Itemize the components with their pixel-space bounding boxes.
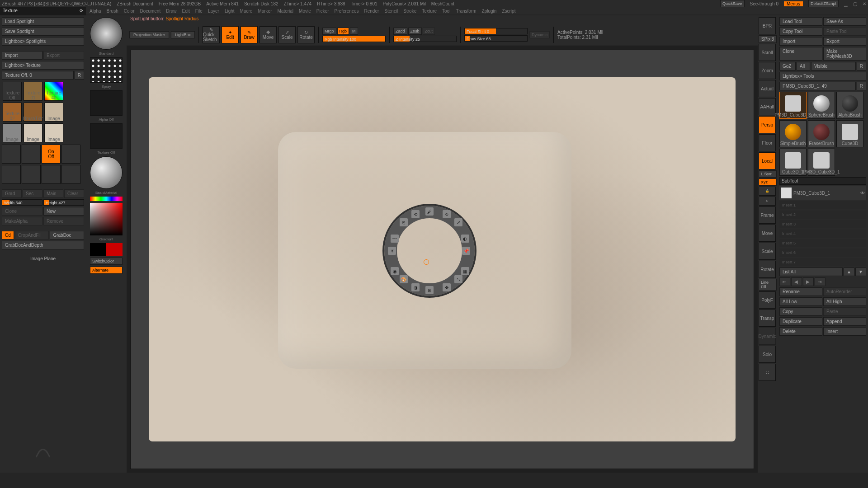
floor-button[interactable]: Floor — [759, 134, 776, 151]
current-tool-label[interactable]: PM3D_Cube3D_1. 49 — [779, 82, 856, 90]
menu-color[interactable]: Color — [124, 9, 135, 14]
subtool-down-icon[interactable]: ▼ — [855, 267, 866, 276]
menu-texture[interactable]: Texture — [422, 9, 437, 14]
tool-pm3d-cube-2[interactable]: PM3D_Cube3D_1 — [808, 149, 835, 176]
aahalf-button[interactable]: AAHalf — [759, 98, 776, 115]
tex-tool-2[interactable] — [22, 145, 41, 164]
switchcolor-button[interactable]: SwitchColor — [90, 258, 123, 265]
dial-tile-icon[interactable]: ▦ — [461, 267, 469, 275]
tex-util-3[interactable] — [42, 165, 61, 184]
move-button[interactable]: ✥Move — [259, 26, 277, 43]
save-spotlight-button[interactable]: Save Spotlight — [2, 27, 84, 36]
draw-button[interactable]: ✎Draw — [241, 26, 258, 43]
tex-util-2[interactable] — [22, 165, 41, 184]
menu-stroke[interactable]: Stroke — [403, 9, 416, 14]
append-button[interactable]: Append — [823, 317, 866, 326]
menu-macro[interactable]: Macro — [240, 9, 253, 14]
zsub-button[interactable]: Zsub — [408, 28, 422, 35]
dial-scale-icon[interactable]: ⤢ — [454, 218, 462, 226]
goz-r-button[interactable]: R — [857, 62, 866, 70]
grabdoc-button[interactable]: GrabDoc — [50, 231, 84, 239]
load-spotlight-button[interactable]: Load Spotlight — [2, 17, 84, 26]
color-swatches[interactable] — [90, 243, 123, 256]
allhigh-button[interactable]: All High — [823, 297, 866, 306]
viewport[interactable]: 🖌 ↻ ⤢ ◐ 📌 ▦ ⇋ ✥ ⊞ ◑ 🎨 ◉ ☀ 〰 ⎘ ⟲ — [130, 50, 754, 469]
tex-util-4[interactable] — [61, 165, 80, 184]
persp-button[interactable]: Persp — [759, 116, 776, 133]
nav-lock-icon[interactable]: 🔒 — [759, 187, 776, 196]
export-texture-button[interactable]: Export — [43, 51, 84, 60]
subtool-vis-icon[interactable]: 👁 — [860, 191, 865, 196]
zcut-button[interactable]: Zcut — [423, 28, 435, 35]
alternate-button[interactable]: Alternate — [90, 267, 123, 274]
goz-all-button[interactable]: All — [797, 62, 810, 70]
remove-button[interactable]: Remove — [43, 217, 84, 225]
z-intensity-slider[interactable]: Z Intensity 25 — [393, 36, 457, 42]
subtool-slot-3[interactable]: Insert 3 — [779, 220, 866, 228]
focal-shift-slider[interactable]: Focal Shift 0 — [464, 28, 528, 34]
window-close-icon[interactable]: ✕ — [863, 1, 866, 6]
linefill-button[interactable]: Line Fill — [759, 279, 777, 291]
spotlight-dial[interactable]: 🖌 ↻ ⤢ ◐ 📌 ▦ ⇋ ✥ ⊞ ◑ 🎨 ◉ ☀ 〰 ⎘ ⟲ — [384, 206, 475, 296]
dial-flip-icon[interactable]: ⇋ — [454, 275, 462, 283]
menu-brush[interactable]: Brush — [107, 9, 118, 14]
subtool-header[interactable]: SubTool — [779, 177, 866, 185]
cd-button[interactable]: Cd — [2, 231, 14, 239]
dial-opacity-icon[interactable]: ◐ — [461, 235, 469, 243]
menu-layer[interactable]: Layer — [208, 9, 219, 14]
material-selector[interactable] — [90, 156, 123, 189]
grad-button[interactable]: Grad — [2, 189, 22, 198]
subtool-slot-1[interactable]: Insert 1 — [779, 201, 866, 209]
dial-smudge-icon[interactable]: 〰 — [391, 235, 399, 243]
subtool-next-icon[interactable]: ▶ — [803, 277, 814, 286]
zoom-extents-icon[interactable]: ⛶ — [759, 364, 776, 381]
alllow-button[interactable]: All Low — [779, 297, 822, 306]
nav-dynamic-button[interactable]: Dynamic — [759, 328, 776, 345]
tool-simplebrush[interactable]: SimpleBrush — [779, 120, 807, 147]
solo-button[interactable]: Solo — [759, 346, 776, 363]
texture-thumb-02[interactable]: Texture 02 — [3, 103, 22, 122]
texture-thumb-image1[interactable]: Image — [44, 103, 63, 122]
tex-tool-1[interactable] — [2, 145, 21, 164]
frame-button[interactable]: Frame — [759, 206, 776, 224]
hue-strip[interactable] — [90, 197, 123, 201]
subtool-item-active[interactable]: PM3D_Cube3D_1 👁 — [779, 186, 866, 200]
menu-preferences[interactable]: Preferences — [335, 9, 359, 14]
loadtool-button[interactable]: Load Tool — [779, 17, 822, 26]
projection-master-button[interactable]: Projection Master — [129, 31, 169, 38]
dynamic-button[interactable]: Dynamic — [529, 31, 550, 38]
zoom-button[interactable]: Zoom — [759, 62, 776, 79]
dial-contrast-icon[interactable]: ◑ — [411, 283, 420, 291]
cropandfill-button[interactable]: CropAndFil — [15, 231, 49, 239]
rename-button[interactable]: Rename — [779, 287, 822, 296]
local-button[interactable]: Local — [759, 152, 776, 169]
window-min-icon[interactable]: ▁ — [844, 1, 848, 6]
dial-hue-icon[interactable]: 🎨 — [400, 275, 408, 283]
lsym-button[interactable]: L.Sym — [759, 170, 777, 178]
lightbox-texture-button[interactable]: Lightbox> Texture — [2, 61, 84, 70]
brush-selector[interactable] — [90, 17, 123, 50]
dial-restore-icon[interactable]: ⟲ — [411, 210, 420, 218]
tool-export-button[interactable]: Export — [823, 37, 866, 46]
lightbox-tools-button[interactable]: Lightbox> Tools — [779, 72, 866, 80]
texture-thumb-brushtxtr[interactable]: BrushTxtr — [24, 103, 42, 122]
subtool-end-icon[interactable]: ⇥ — [815, 277, 826, 286]
tex-tool-4[interactable] — [61, 145, 80, 164]
dial-clone-icon[interactable]: ⎘ — [400, 218, 408, 226]
texture-thumb-40[interactable]: Texture 40 — [44, 82, 63, 101]
tool-cube3d[interactable]: Cube3D — [836, 120, 863, 147]
nav-rot-icon[interactable]: ↻ — [759, 197, 776, 206]
alpha-selector[interactable] — [90, 90, 123, 116]
color-picker[interactable] — [90, 203, 123, 235]
goz-visible-button[interactable]: Visible — [811, 62, 856, 70]
goz-button[interactable]: GoZ — [779, 62, 796, 70]
texture-thumb-image2[interactable]: Image — [3, 123, 22, 142]
rgb-intensity-slider[interactable]: Rgb Intensity 100 — [322, 36, 386, 42]
m-button[interactable]: M — [350, 28, 358, 35]
menu-zplugin[interactable]: Zplugin — [482, 9, 497, 14]
dial-saturation-icon[interactable]: ◉ — [391, 267, 399, 275]
main-button[interactable]: Main — [43, 189, 63, 198]
pastetool-button[interactable]: Paste Tool — [823, 27, 866, 36]
texture-thumb-01[interactable]: Texture 01 — [24, 82, 42, 101]
tool-r-button[interactable]: R — [857, 82, 866, 90]
